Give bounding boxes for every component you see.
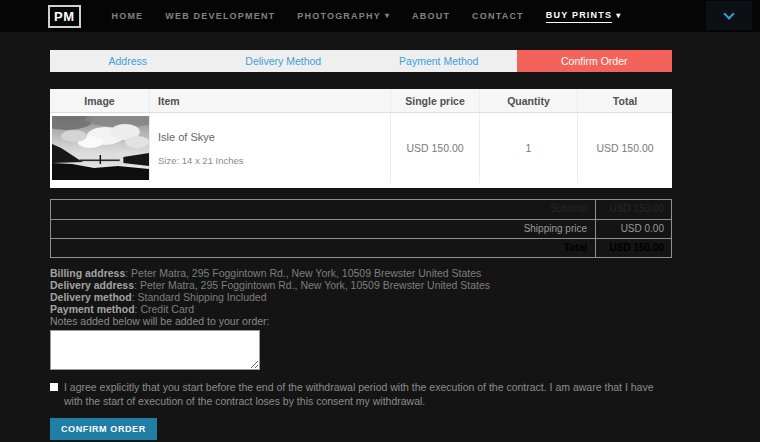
- nav-item-contact[interactable]: CONTACT: [461, 5, 535, 27]
- nav-item-photography[interactable]: PHOTOGRAPHY ▾: [286, 5, 401, 27]
- main-nav: HOME WEB DEVELOPMENT PHOTOGRAPHY ▾ ABOUT…: [101, 4, 633, 29]
- chevron-down-icon: ▾: [616, 12, 621, 20]
- nav-label: BUY PRINTS: [546, 10, 612, 23]
- summary-row-total: Total USD 150.00: [51, 238, 671, 257]
- product-size: Size: 14 x 21 Inches: [158, 155, 244, 166]
- product-image-cell: [50, 113, 150, 183]
- cart-item-row: Isle of Skye Size: 14 x 21 Inches USD 15…: [50, 113, 672, 183]
- summary-row-subtotal: Subtotal USD 150.00: [51, 200, 671, 219]
- column-header-single-price: Single price: [391, 89, 480, 112]
- navbar-collapse-button[interactable]: [706, 1, 752, 30]
- cart-table: Image Item Single price Quantity Total: [50, 89, 672, 188]
- withdrawal-agreement-text: I agree explicitly that you start before…: [64, 381, 672, 408]
- detail-label: Payment method: [50, 303, 135, 315]
- nav-label: ABOUT: [412, 11, 450, 21]
- checkout-page: Address Delivery Method Payment Method C…: [50, 50, 672, 440]
- single-price-cell: USD 150.00: [391, 113, 480, 183]
- nav-label: CONTACT: [472, 11, 524, 21]
- chevron-down-icon: [723, 8, 734, 19]
- column-header-total: Total: [578, 89, 672, 112]
- checkout-steps: Address Delivery Method Payment Method C…: [50, 50, 672, 72]
- step-tab-payment-method[interactable]: Payment Method: [361, 50, 517, 72]
- confirm-order-button[interactable]: CONFIRM ORDER: [50, 418, 157, 440]
- payment-method-line: Payment method: Credit Card: [50, 303, 672, 315]
- detail-label: Delivery method: [50, 291, 132, 303]
- nav-item-web-development[interactable]: WEB DEVELOPMENT: [154, 5, 286, 27]
- summary-value: USD 150.00: [596, 239, 671, 257]
- summary-row-shipping: Shipping price USD 0.00: [51, 219, 671, 238]
- summary-label: Total: [51, 239, 596, 257]
- column-header-image: Image: [50, 89, 150, 112]
- summary-value: USD 150.00: [596, 200, 671, 219]
- summary-value: USD 0.00: [596, 220, 671, 238]
- top-navbar: PM HOME WEB DEVELOPMENT PHOTOGRAPHY ▾ AB…: [0, 0, 760, 32]
- nav-item-buy-prints[interactable]: BUY PRINTS ▾: [535, 4, 633, 29]
- chevron-down-icon: ▾: [385, 12, 390, 20]
- product-info-cell: Isle of Skye Size: 14 x 21 Inches: [150, 113, 391, 183]
- delivery-address-line: Delivery address: Peter Matra, 295 Foggi…: [50, 279, 672, 291]
- nav-label: HOME: [112, 11, 144, 21]
- step-tab-delivery-method[interactable]: Delivery Method: [206, 50, 362, 72]
- detail-value: : Credit Card: [135, 303, 195, 315]
- summary-label: Subtotal: [51, 200, 596, 219]
- quantity-cell: 1: [480, 113, 578, 183]
- site-logo[interactable]: PM: [48, 5, 81, 28]
- detail-label: Billing address: [50, 267, 125, 279]
- withdrawal-agreement[interactable]: I agree explicitly that you start before…: [50, 381, 672, 408]
- order-notes-input[interactable]: [50, 330, 260, 370]
- nav-item-about[interactable]: ABOUT: [401, 5, 461, 27]
- nav-item-home[interactable]: HOME: [101, 5, 155, 27]
- delivery-method-line: Delivery method: Standard Shipping Inclu…: [50, 291, 672, 303]
- order-details: Billing address: Peter Matra, 295 Foggin…: [50, 267, 672, 327]
- product-name: Isle of Skye: [158, 131, 244, 143]
- page: PM HOME WEB DEVELOPMENT PHOTOGRAPHY ▾ AB…: [0, 0, 760, 440]
- summary-label: Shipping price: [51, 220, 596, 238]
- detail-value: : Standard Shipping Included: [132, 291, 267, 303]
- cart-table-header: Image Item Single price Quantity Total: [50, 89, 672, 113]
- product-photo: [52, 116, 149, 180]
- total-cell: USD 150.00: [578, 113, 672, 183]
- order-summary-table: Subtotal USD 150.00 Shipping price USD 0…: [50, 199, 672, 258]
- detail-value: : Peter Matra, 295 Foggintown Rd., New Y…: [134, 279, 490, 291]
- column-header-item: Item: [150, 89, 391, 112]
- nav-label: WEB DEVELOPMENT: [165, 11, 275, 21]
- step-tab-address[interactable]: Address: [50, 50, 206, 72]
- nav-label: PHOTOGRAPHY: [297, 11, 381, 21]
- detail-label: Delivery address: [50, 279, 134, 291]
- billing-address-line: Billing address: Peter Matra, 295 Foggin…: [50, 267, 672, 279]
- withdrawal-checkbox[interactable]: [50, 383, 58, 391]
- column-header-quantity: Quantity: [480, 89, 578, 112]
- notes-hint: Notes added below will be added to your …: [50, 315, 672, 327]
- step-tab-confirm-order[interactable]: Confirm Order: [517, 50, 673, 72]
- detail-value: : Peter Matra, 295 Foggintown Rd., New Y…: [125, 267, 481, 279]
